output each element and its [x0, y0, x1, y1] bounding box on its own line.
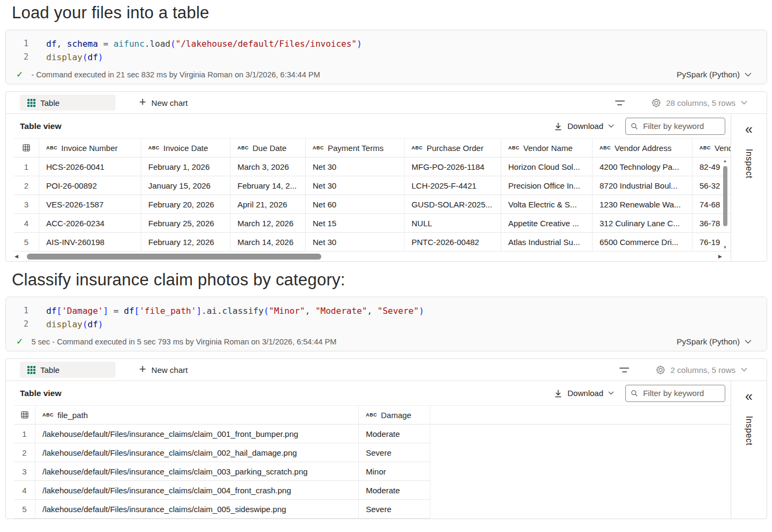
code-text[interactable]: display(df) — [46, 51, 103, 64]
table-cell: Severe — [359, 443, 430, 462]
row-number-header[interactable] — [14, 139, 39, 157]
kernel-selector[interactable]: PySpark (Python) — [676, 337, 758, 346]
string-type-badge: ABC — [600, 145, 611, 150]
line-number: 1 — [6, 304, 28, 318]
filter-keyword-input[interactable] — [642, 121, 720, 131]
row-number-header[interactable] — [14, 406, 35, 424]
row-number: 1 — [14, 425, 35, 443]
settings-gear-icon[interactable] — [651, 98, 661, 108]
table-row[interactable]: 4/lakehouse/default/Files/insurance_clai… — [14, 481, 430, 500]
table-cell: Appetite Creative ... — [501, 214, 593, 232]
filter-keyword-searchbox[interactable] — [625, 385, 725, 402]
inspect-tab[interactable]: Inspect — [744, 416, 754, 445]
scrollbar-thumb[interactable] — [723, 166, 727, 226]
column-header[interactable]: ABCPayment Terms — [306, 139, 405, 157]
chevron-down-icon[interactable] — [741, 100, 747, 105]
table-cell: 4200 Technology Pa... — [593, 157, 692, 176]
table-row[interactable]: 4ACC-2026-0234February 25, 2026March 12,… — [14, 214, 731, 233]
row-number: 2 — [14, 176, 39, 195]
column-header[interactable]: ABCfile_path — [35, 406, 359, 424]
filter-rows-icon[interactable] — [619, 368, 630, 372]
scroll-down-icon[interactable]: ▼ — [723, 245, 727, 250]
scroll-left-icon[interactable]: ◀ — [15, 254, 18, 259]
code-line[interactable]: 2 display(df) — [6, 51, 758, 64]
horizontal-scrollbar[interactable]: ◀ ▶ — [15, 252, 722, 261]
toolbar-right-group: 28 columns, 5 rows — [615, 98, 747, 108]
row-number: 2 — [14, 443, 35, 462]
filter-keyword-input[interactable] — [642, 388, 720, 398]
column-header[interactable]: ABCInvoice Number — [39, 139, 141, 157]
inspect-tab[interactable]: Inspect — [744, 149, 754, 178]
table-cell: VES-2026-1587 — [39, 195, 141, 213]
tab-table[interactable]: Table — [20, 95, 116, 111]
table-cell: HCS-2026-0041 — [39, 157, 141, 176]
row-number: 1 — [14, 157, 39, 176]
table-cell: 1230 Renewable Wa... — [593, 195, 692, 213]
filter-keyword-searchbox[interactable] — [625, 118, 725, 135]
vertical-scrollbar[interactable]: ▲ ▼ — [722, 159, 728, 250]
table-view-title: Table view — [20, 121, 61, 131]
kernel-label: PySpark (Python) — [676, 70, 740, 79]
filter-rows-icon[interactable] — [615, 100, 625, 105]
code-line[interactable]: 1 df['Damage'] = df['file_path'].ai.clas… — [6, 304, 758, 318]
scroll-up-icon[interactable]: ▲ — [723, 159, 727, 164]
string-type-badge: ABC — [508, 145, 520, 150]
table-cell: Net 60 — [306, 195, 405, 213]
settings-gear-icon[interactable] — [655, 365, 666, 375]
tab-table[interactable]: Table — [20, 362, 116, 378]
code-text[interactable]: df, schema = aifunc.load("/lakehouse/def… — [46, 37, 362, 51]
table-cell: Net 30 — [306, 233, 405, 251]
invoices-table: ABCInvoice Number ABCInvoice Date ABCDue… — [14, 138, 731, 251]
code-text[interactable]: display(df) — [46, 318, 103, 331]
search-icon — [631, 389, 638, 398]
scrollbar-track[interactable] — [21, 254, 716, 260]
table-cell: 6500 Commerce Dri... — [593, 233, 692, 251]
download-button[interactable]: Download — [554, 389, 614, 398]
download-button[interactable]: Download — [554, 121, 614, 131]
table-cell: January 15, 2026 — [141, 176, 230, 195]
code-cell-2[interactable]: 1 df['Damage'] = df['file_path'].ai.clas… — [5, 297, 767, 351]
table-row[interactable]: 3VES-2026-1587February 20, 2026April 21,… — [14, 195, 731, 214]
new-chart-button[interactable]: + New chart — [139, 364, 187, 375]
inspect-rail: « Inspect — [731, 114, 767, 261]
table-row[interactable]: 2POI-26-00892January 15, 2026February 14… — [14, 176, 731, 195]
scroll-right-icon[interactable]: ▶ — [718, 254, 722, 259]
table-cell: Moderate — [359, 481, 430, 499]
code-text[interactable]: df['Damage'] = df['file_path'].ai.classi… — [46, 304, 424, 318]
scrollbar-thumb[interactable] — [27, 254, 321, 260]
code-line[interactable]: 2 display(df) — [6, 318, 758, 331]
row-number: 4 — [14, 214, 39, 232]
table-header-row: ABCfile_path ABCDamage — [14, 405, 731, 425]
table-summary[interactable]: 28 columns, 5 rows — [666, 98, 735, 107]
new-chart-button[interactable]: + New chart — [139, 97, 187, 108]
column-header[interactable]: ABCVendor Name — [501, 139, 593, 157]
kernel-selector[interactable]: PySpark (Python) — [676, 70, 758, 79]
column-header[interactable]: ABCVend — [692, 139, 731, 157]
table-cell: April 21, 2026 — [230, 195, 306, 213]
table-row[interactable]: 5/lakehouse/default/Files/insurance_clai… — [14, 500, 430, 519]
line-number: 2 — [6, 318, 28, 331]
download-icon — [554, 389, 562, 398]
table-row[interactable]: 5AIS-INV-260198February 12, 2026March 14… — [14, 233, 731, 251]
collapse-panel-button[interactable]: « — [745, 123, 753, 136]
table-cell: NULL — [405, 214, 501, 232]
code-line[interactable]: 1 df, schema = aifunc.load("/lakehouse/d… — [6, 37, 758, 51]
column-header[interactable]: ABCDamage — [359, 406, 430, 424]
column-header[interactable]: ABCPurchase Order — [405, 139, 501, 157]
string-type-badge: ABC — [313, 145, 324, 150]
table-row[interactable]: 1/lakehouse/default/Files/insurance_clai… — [14, 425, 430, 443]
table-row[interactable]: 3/lakehouse/default/Files/insurance_clai… — [14, 462, 430, 481]
table-row[interactable]: 2/lakehouse/default/Files/insurance_clai… — [14, 443, 430, 462]
column-header[interactable]: ABCVendor Address — [593, 139, 692, 157]
table-summary[interactable]: 2 columns, 5 rows — [670, 365, 735, 375]
column-header[interactable]: ABCInvoice Date — [141, 139, 230, 157]
string-type-badge: ABC — [148, 145, 160, 150]
table-cell: /lakehouse/default/Files/insurance_claim… — [35, 481, 359, 499]
code-cell-1[interactable]: 1 df, schema = aifunc.load("/lakehouse/d… — [5, 30, 767, 84]
collapse-panel-button[interactable]: « — [745, 390, 753, 403]
table-row[interactable]: 1HCS-2026-0041February 1, 2026March 3, 2… — [14, 157, 731, 176]
success-check-icon: ✓ — [16, 337, 23, 346]
column-header[interactable]: ABCDue Date — [230, 139, 306, 157]
chevron-down-icon[interactable] — [741, 368, 747, 372]
download-icon — [554, 122, 562, 131]
